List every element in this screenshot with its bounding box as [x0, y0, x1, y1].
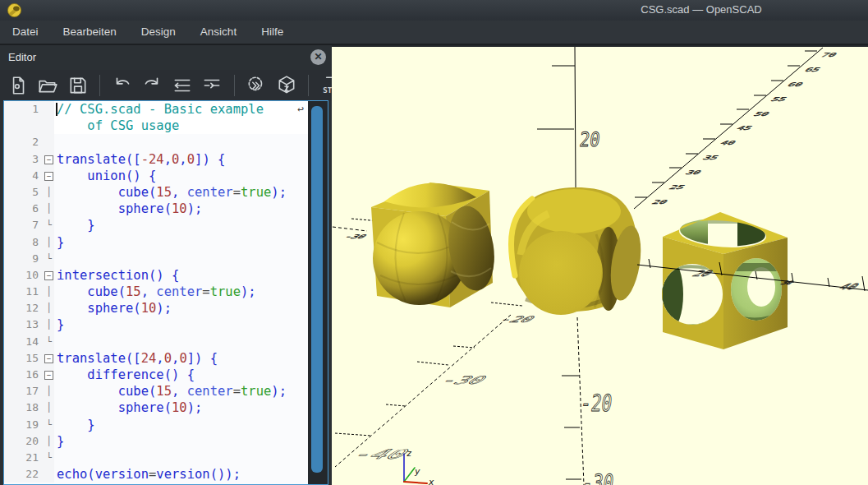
fold-marker[interactable]: − — [44, 168, 54, 184]
render-button[interactable] — [276, 75, 297, 96]
indent-button[interactable] — [201, 75, 223, 96]
code-line[interactable]: 22echo(version=version()); — [4, 466, 308, 483]
code-content[interactable]: translate([24,0,0]) { — [54, 350, 308, 367]
code-content[interactable]: sphere(10); — [54, 400, 308, 416]
close-icon[interactable]: ✕ — [310, 49, 326, 65]
code-line[interactable]: 7└ } — [4, 217, 308, 233]
fold-marker[interactable]: │ — [44, 433, 54, 450]
menu-datei[interactable]: Datei — [0, 21, 51, 44]
code-content[interactable] — [54, 251, 308, 267]
line-number: 9 — [4, 251, 44, 267]
editor-toolbar: STL — [0, 70, 332, 101]
code-line[interactable]: 20│} — [4, 433, 308, 450]
code-content[interactable]: union() { — [54, 168, 308, 184]
title-bar[interactable]: CSG.scad — OpenSCAD — [0, 0, 868, 21]
code-line[interactable]: 13│} — [4, 316, 308, 333]
code-content[interactable]: } — [54, 234, 308, 251]
preview-button[interactable] — [246, 75, 267, 96]
code-content[interactable]: cube(15, center=true); — [54, 184, 308, 201]
scrollbar-thumb[interactable] — [311, 106, 323, 473]
line-number: 11 — [4, 284, 44, 300]
fold-marker[interactable]: │ — [44, 184, 54, 201]
code-content[interactable]: sphere(10); — [54, 201, 308, 217]
fold-marker[interactable]: └ — [44, 450, 54, 466]
code-content[interactable]: of CSG usage — [54, 118, 308, 134]
code-content[interactable] — [54, 450, 308, 466]
fold-marker[interactable] — [44, 101, 54, 118]
code-line[interactable]: 6│ sphere(10); — [4, 201, 308, 217]
code-content[interactable]: intersection() { — [54, 267, 308, 284]
code-content[interactable]: // CSG.scad - Basic example↩ — [54, 101, 308, 118]
menu-bearbeiten[interactable]: Bearbeiten — [51, 21, 129, 44]
editor-panel-title: Editor — [8, 51, 36, 63]
save-file-button[interactable] — [67, 75, 89, 96]
code-content[interactable] — [54, 134, 308, 150]
code-content[interactable]: } — [54, 316, 308, 333]
code-line[interactable]: of CSG usage — [4, 118, 308, 134]
code-content[interactable]: sphere(10); — [54, 300, 308, 316]
code-content[interactable] — [54, 334, 308, 350]
fold-marker[interactable]: │ — [44, 201, 54, 217]
code-editor[interactable]: 1// CSG.scad - Basic example↩ of CSG usa… — [3, 100, 328, 485]
line-number: 8 — [4, 234, 44, 251]
code-line[interactable]: 16− difference() { — [4, 367, 308, 383]
code-line[interactable]: 15−translate([24,0,0]) { — [4, 350, 308, 367]
fold-marker[interactable]: └ — [44, 251, 54, 267]
code-line[interactable]: 10−intersection() { — [4, 267, 308, 284]
code-line[interactable]: 12│ sphere(10); — [4, 300, 308, 316]
editor-panel-header[interactable]: Editor ✕ — [0, 45, 332, 70]
fold-marker[interactable]: │ — [44, 383, 54, 400]
fold-marker[interactable]: └ — [44, 217, 54, 233]
code-line[interactable]: 19└ } — [4, 417, 308, 433]
fold-marker[interactable]: │ — [44, 300, 54, 316]
code-line[interactable]: 8│} — [4, 234, 308, 251]
code-line[interactable]: 11│ cube(15, center=true); — [4, 284, 308, 300]
3d-viewport[interactable]: 202530354045505560657020304020-20-30-20-… — [332, 45, 868, 485]
line-number: 4 — [4, 168, 44, 184]
fold-marker[interactable]: │ — [44, 284, 54, 300]
fold-marker[interactable]: │ — [44, 400, 54, 416]
fold-marker[interactable]: − — [44, 350, 54, 367]
axis-tick-label: 20 — [578, 127, 601, 150]
code-content[interactable]: difference() { — [54, 367, 308, 383]
code-line[interactable]: 3−translate([-24,0,0]) { — [4, 151, 308, 168]
undo-button[interactable] — [112, 75, 133, 96]
unindent-button[interactable] — [172, 75, 193, 96]
toolbar-separator — [234, 75, 235, 96]
line-number: 6 — [4, 201, 44, 217]
code-content[interactable]: echo(version=version()); — [54, 466, 308, 483]
code-content[interactable]: } — [54, 217, 308, 233]
fold-marker[interactable]: └ — [44, 417, 54, 433]
fold-marker[interactable]: │ — [44, 234, 54, 251]
code-line[interactable]: 4− union() { — [4, 168, 308, 184]
fold-marker[interactable]: − — [44, 267, 54, 284]
code-content[interactable]: cube(15, center=true); — [54, 284, 308, 300]
fold-marker[interactable]: └ — [44, 334, 54, 350]
fold-marker[interactable] — [44, 466, 54, 483]
menu-ansicht[interactable]: Ansicht — [188, 21, 249, 44]
code-line[interactable]: 2 — [4, 134, 308, 150]
menu-design[interactable]: Design — [129, 21, 188, 44]
editor-scrollbar[interactable] — [308, 101, 326, 484]
fold-marker[interactable]: − — [44, 367, 54, 383]
fold-marker[interactable]: − — [44, 151, 54, 168]
code-content[interactable]: translate([-24,0,0]) { — [54, 151, 308, 168]
open-file-button[interactable] — [37, 75, 58, 96]
code-content[interactable]: cube(15, center=true); — [54, 383, 308, 400]
code-text-area[interactable]: 1// CSG.scad - Basic example↩ of CSG usa… — [4, 101, 308, 484]
code-line[interactable]: 5│ cube(15, center=true); — [4, 184, 308, 201]
code-line[interactable]: 9└ — [4, 251, 308, 267]
code-line[interactable]: 1// CSG.scad - Basic example↩ — [4, 101, 308, 118]
fold-marker[interactable] — [44, 118, 54, 134]
fold-marker[interactable] — [44, 134, 54, 150]
new-file-button[interactable] — [7, 75, 29, 96]
code-line[interactable]: 18│ sphere(10); — [4, 400, 308, 416]
redo-button[interactable] — [141, 75, 163, 96]
code-content[interactable]: } — [54, 417, 308, 433]
menu-hilfe[interactable]: Hilfe — [249, 21, 296, 44]
code-line[interactable]: 21└ — [4, 450, 308, 466]
code-line[interactable]: 14└ — [4, 334, 308, 350]
fold-marker[interactable]: │ — [44, 316, 54, 333]
code-content[interactable]: } — [54, 433, 308, 450]
code-line[interactable]: 17│ cube(15, center=true); — [4, 383, 308, 400]
